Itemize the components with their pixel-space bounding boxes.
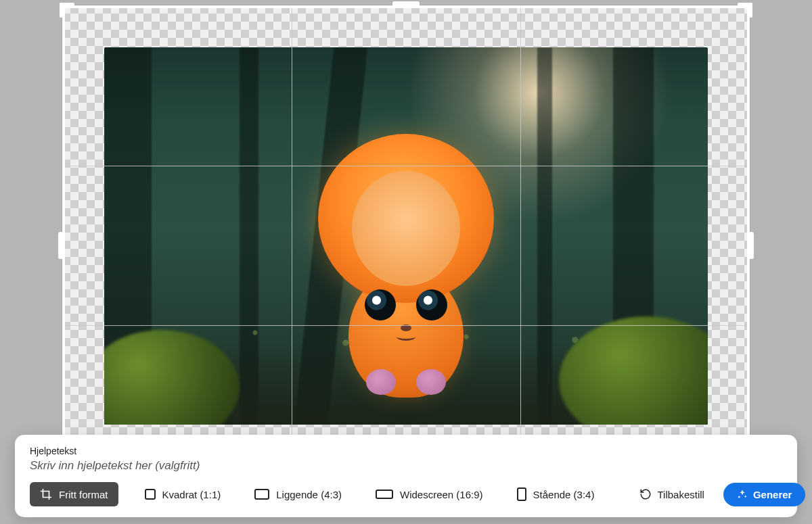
crop-handle-left[interactable] — [58, 232, 64, 259]
grid-line — [520, 5, 521, 485]
portrait-icon — [517, 487, 526, 501]
generate-button[interactable]: Generer — [723, 483, 806, 506]
grid-line — [292, 5, 292, 485]
aspect-landscape-button[interactable]: Liggende (4:3) — [247, 484, 349, 505]
landscape-icon — [254, 489, 269, 500]
reset-label: Tilbakestill — [657, 489, 704, 500]
aspect-landscape-label: Liggende (4:3) — [276, 489, 342, 500]
aspect-free-label: Fritt format — [59, 489, 108, 500]
crop-icon — [40, 488, 52, 500]
aspect-widescreen-button[interactable]: Widescreen (16:9) — [368, 484, 491, 505]
grid-line — [62, 325, 750, 326]
crop-handle-top[interactable] — [392, 1, 420, 7]
aspect-free-button[interactable]: Fritt format — [30, 482, 118, 506]
aspect-square-label: Kvadrat (1:1) — [162, 489, 221, 500]
grid-line — [62, 166, 750, 166]
aspect-widescreen-label: Widescreen (16:9) — [400, 489, 483, 500]
prompt-label: Hjelpetekst — [30, 446, 782, 456]
prompt-panel: Hjelpetekst Fritt format Kvadrat (1:1) L… — [15, 435, 797, 517]
aspect-portrait-button[interactable]: Stående (3:4) — [510, 483, 602, 506]
aspect-square-button[interactable]: Kvadrat (1:1) — [137, 484, 229, 505]
crop-handle-right[interactable] — [748, 232, 754, 259]
aspect-toolbar: Fritt format Kvadrat (1:1) Liggende (4:3… — [30, 482, 782, 506]
reset-button[interactable]: Tilbakestill — [639, 488, 704, 500]
undo-icon — [639, 488, 652, 500]
image-subject — [308, 154, 504, 398]
crop-handle-top-left[interactable] — [60, 3, 74, 18]
sparkle-icon — [737, 489, 748, 500]
prompt-input[interactable] — [30, 458, 782, 482]
canvas-image[interactable] — [104, 47, 708, 425]
crop-area[interactable] — [62, 5, 750, 485]
crop-handle-top-right[interactable] — [738, 3, 752, 18]
widescreen-icon — [376, 490, 393, 499]
generate-label: Generer — [753, 489, 792, 500]
aspect-portrait-label: Stående (3:4) — [533, 489, 595, 500]
square-icon — [145, 489, 156, 500]
